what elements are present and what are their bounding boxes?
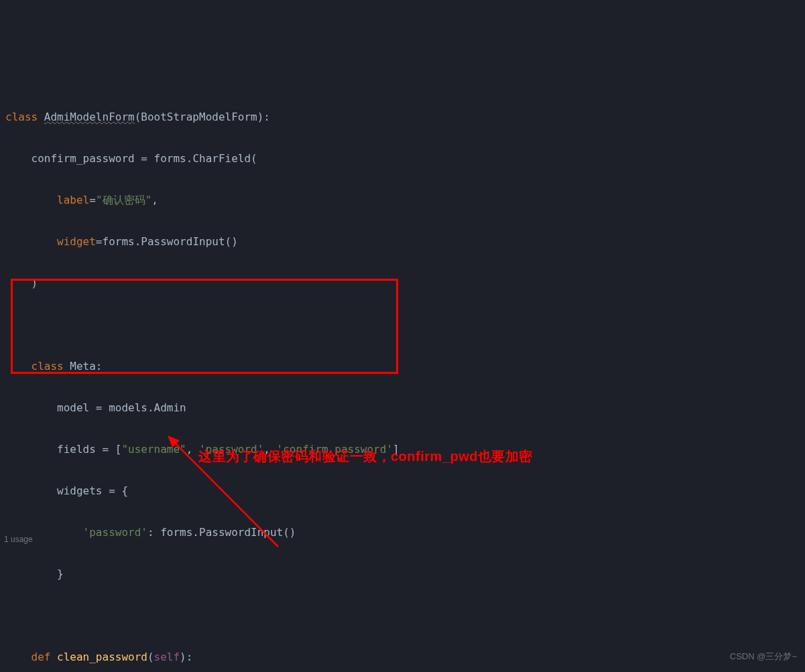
code-line[interactable]: class Meta:	[5, 356, 805, 377]
code-editor[interactable]: class AdmiModelnForm(BootStrapModelForm)…	[0, 83, 805, 672]
code-line-blank[interactable]	[5, 314, 805, 335]
code-line[interactable]: widget=forms.PasswordInput()	[5, 231, 805, 252]
kwarg: widget	[57, 235, 96, 248]
function-call: PasswordInput	[141, 235, 225, 248]
variable: model	[57, 401, 96, 414]
base-class: BootStrapModelForm	[141, 111, 257, 123]
code-line-blank[interactable]	[5, 605, 805, 626]
function-call: CharField	[192, 152, 251, 165]
string: 'password'	[199, 443, 263, 456]
variable: confirm_password	[32, 152, 141, 165]
code-line[interactable]: confirm_password = forms.CharField(	[5, 148, 805, 169]
variable: fields	[57, 443, 102, 456]
class-name: Meta	[70, 360, 96, 373]
code-line[interactable]: fields = ["username", 'password', 'confi…	[5, 439, 805, 460]
variable: widgets	[57, 484, 109, 497]
code-line[interactable]: 'password': forms.PasswordInput()	[5, 522, 805, 543]
code-line[interactable]: }	[5, 563, 805, 584]
string: "确认密码"	[96, 194, 151, 206]
code-line[interactable]: widgets = {	[5, 480, 805, 501]
keyword-class: class	[32, 360, 70, 373]
code-line[interactable]: def clean_password(self):	[5, 647, 805, 667]
function-call: PasswordInput	[199, 526, 283, 539]
class-name: AdmiModelnForm	[44, 111, 135, 123]
string: "username"	[121, 443, 186, 456]
self-param: self	[154, 651, 180, 663]
code-line[interactable]: )	[5, 273, 805, 293]
code-line[interactable]: label="确认密码",	[5, 190, 805, 210]
function-name: clean_password	[57, 651, 147, 663]
usage-hint[interactable]: 1 usage	[4, 529, 33, 550]
kwarg: label	[57, 194, 89, 206]
code-line[interactable]: model = models.Admin	[5, 397, 805, 418]
code-line[interactable]: class AdmiModelnForm(BootStrapModelForm)…	[5, 107, 805, 127]
string: 'password'	[83, 526, 147, 539]
watermark: CSDN @三分梦~	[730, 646, 797, 667]
keyword-class: class	[5, 111, 44, 123]
keyword-def: def	[32, 651, 58, 663]
string: 'confirm_password'	[277, 443, 393, 456]
